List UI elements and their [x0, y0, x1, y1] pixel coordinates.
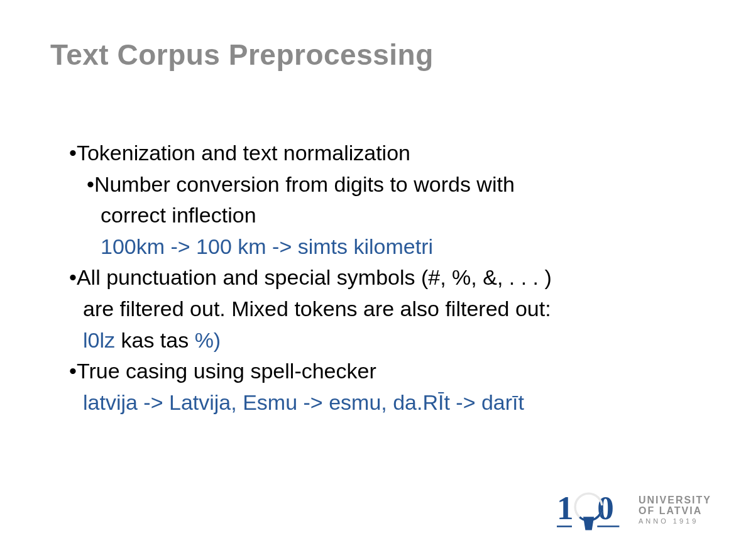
bullet-text: Tokenization and text normalization — [77, 141, 410, 165]
example-text: 100km -> 100 km -> simts kilometri — [101, 234, 433, 258]
bullet-text: correct inflection — [101, 203, 256, 227]
bullet-punctuation-cont: are filtered out. Mixed tokens are also … — [69, 294, 679, 324]
slide-title: Text Corpus Preprocessing — [50, 38, 434, 72]
university-logo: 1 0 UNIVERSITY OF LATVIA ANNO 1919 — [557, 485, 711, 535]
slide: Text Corpus Preprocessing •Tokenization … — [0, 0, 746, 560]
bullet-truecasing: •True casing using spell-checker — [69, 356, 679, 387]
example-truecasing: latvija -> Latvija, Esmu -> esmu, da.RĪt… — [69, 388, 679, 418]
logo-line1: UNIVERSITY — [639, 495, 711, 505]
bullet-text: All punctuation and special symbols (#, … — [77, 265, 552, 289]
example-text-mid: kas tas — [121, 328, 194, 352]
bullet-number-conversion: •Number conversion from digits to words … — [69, 170, 679, 200]
logo-line2: OF LATVIA — [639, 505, 711, 516]
svg-text:1: 1 — [557, 490, 574, 526]
logo-mark-icon: 1 0 — [557, 485, 632, 535]
bullet-number-conversion-cont: correct inflection — [69, 200, 679, 231]
logo-year: ANNO 1919 — [639, 517, 711, 525]
example-number-conversion: 100km -> 100 km -> simts kilometri — [69, 232, 679, 262]
bullet-text: Number conversion from digits to words w… — [94, 172, 515, 196]
example-text-pre: l0lz — [83, 328, 121, 352]
example-text: latvija -> Latvija, Esmu -> esmu, da.RĪt… — [83, 390, 524, 414]
example-punctuation: l0lz kas tas %) — [69, 326, 679, 356]
slide-body: •Tokenization and text normalization •Nu… — [69, 138, 679, 419]
bullet-punctuation: •All punctuation and special symbols (#,… — [69, 263, 679, 293]
bullet-text: True casing using spell-checker — [77, 359, 376, 383]
svg-text:0: 0 — [597, 490, 614, 526]
logo-text-block: UNIVERSITY OF LATVIA ANNO 1919 — [639, 495, 711, 525]
example-text-post: %) — [195, 328, 221, 352]
bullet-tokenization: •Tokenization and text normalization — [69, 138, 679, 168]
bullet-text: are filtered out. Mixed tokens are also … — [83, 297, 551, 321]
